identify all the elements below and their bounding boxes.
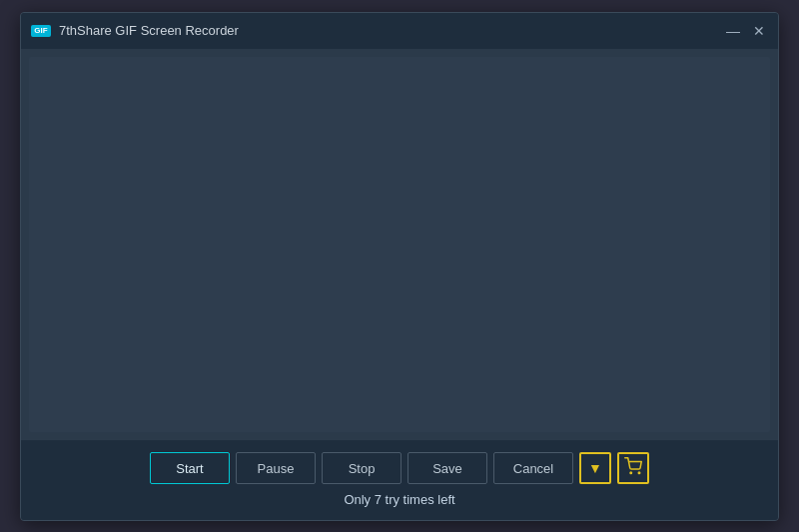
preview-area [29,57,770,432]
svg-point-0 [630,472,632,474]
dropdown-button[interactable]: ▼ [579,452,611,484]
app-icon: GIF [31,21,51,41]
minimize-button[interactable]: — [724,22,742,40]
save-button[interactable]: Save [407,452,487,484]
close-button[interactable]: ✕ [750,22,768,40]
window-title: 7thShare GIF Screen Recorder [59,23,724,38]
app-icon-label: GIF [31,25,50,37]
titlebar: GIF 7thShare GIF Screen Recorder — ✕ [21,13,778,49]
pause-button[interactable]: Pause [236,452,316,484]
svg-point-1 [638,472,640,474]
status-text: Only 7 try times left [344,492,454,507]
app-window: GIF 7thShare GIF Screen Recorder — ✕ Sta… [20,12,779,521]
stop-button[interactable]: Stop [322,452,401,484]
toolbar-buttons: Start Pause Stop Save Cancel ▼ [150,452,649,484]
window-controls: — ✕ [724,22,768,40]
start-button[interactable]: Start [150,452,230,484]
cart-button[interactable] [617,452,649,484]
toolbar: Start Pause Stop Save Cancel ▼ Only 7 tr… [21,440,778,520]
cancel-button[interactable]: Cancel [493,452,573,484]
cart-icon [624,457,642,479]
chevron-down-icon: ▼ [588,460,602,476]
